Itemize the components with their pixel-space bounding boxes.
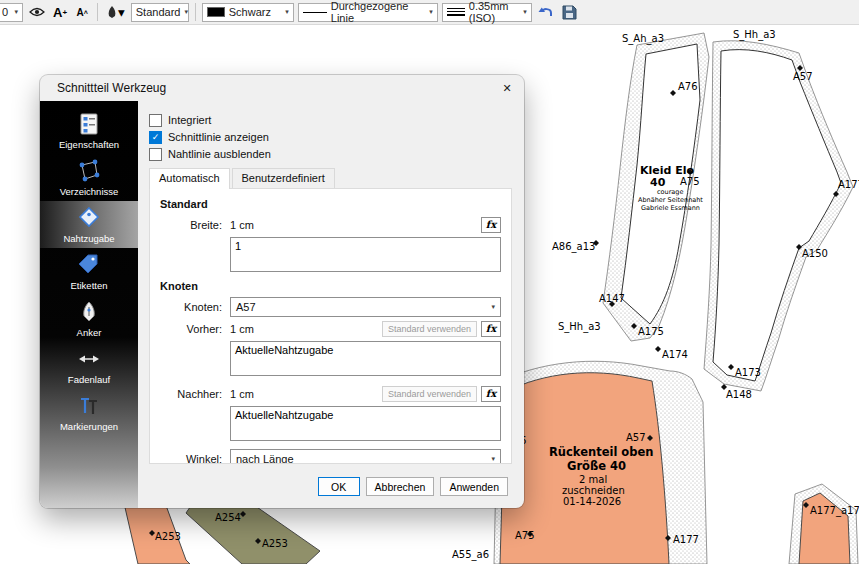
svg-text:A147: A147 bbox=[599, 293, 625, 304]
svg-text:A57: A57 bbox=[793, 71, 813, 82]
line-style-value: Durchgezogene Linie bbox=[331, 0, 425, 24]
breite-formula-button[interactable]: fx bbox=[481, 217, 501, 233]
tab-automatisch[interactable]: Automatisch bbox=[149, 168, 230, 189]
breite-label: Breite: bbox=[160, 219, 222, 231]
svg-text:S_Hh_a3: S_Hh_a3 bbox=[558, 321, 601, 333]
sidebar-item-label: Fadenlauf bbox=[68, 374, 110, 385]
svg-text:A86_a13: A86_a13 bbox=[552, 241, 595, 253]
markings-icon bbox=[76, 393, 102, 419]
knoten-selected-value: A57 bbox=[236, 301, 256, 313]
svg-text:Größe 40: Größe 40 bbox=[567, 459, 626, 473]
sidebar-item-etiketten[interactable]: Etiketten bbox=[40, 248, 138, 295]
chevron-down-icon: ▾ bbox=[491, 455, 495, 463]
svg-text:S_Ah_a3: S_Ah_a3 bbox=[622, 33, 664, 45]
increase-font-button[interactable]: A+ bbox=[51, 2, 69, 22]
sidebar-item-nahtzugabe[interactable]: Nahtzugabe bbox=[40, 201, 138, 248]
winkel-select[interactable]: nach Länge ▾ bbox=[230, 449, 501, 464]
main-toolbar: 0 ▾ A+ A˄ ▾ Standard ▾ Sch bbox=[0, 0, 859, 25]
svg-text:A177: A177 bbox=[673, 534, 699, 545]
checkbox-schnittlinie-anzeigen[interactable]: ✓ Schnittlinie anzeigen bbox=[149, 129, 512, 145]
svg-text:2 mal: 2 mal bbox=[579, 474, 607, 485]
color-dropdown[interactable]: Schwarz ▾ bbox=[202, 3, 294, 22]
tab-benutzerdefiniert[interactable]: Benutzerdefiniert bbox=[232, 168, 335, 188]
line-width-value: 0.35mm (ISO) bbox=[469, 0, 519, 24]
checkbox-label: Integriert bbox=[168, 114, 211, 126]
anchor-pen-icon bbox=[76, 299, 102, 325]
checkbox-box[interactable] bbox=[149, 148, 162, 161]
nachher-formula-input[interactable]: AktuelleNahtzugabe bbox=[230, 406, 501, 441]
style-dropdown[interactable]: Standard ▾ bbox=[131, 3, 189, 22]
decrease-font-button[interactable]: A˄ bbox=[73, 2, 91, 22]
undo-button[interactable] bbox=[536, 2, 556, 22]
nachher-formula-button[interactable]: fx bbox=[481, 386, 501, 402]
directories-icon bbox=[76, 158, 102, 184]
sidebar-item-verzeichnisse[interactable]: Verzeichnisse bbox=[40, 154, 138, 201]
breite-formula-input[interactable]: 1 bbox=[230, 237, 501, 272]
svg-text:A76: A76 bbox=[678, 81, 698, 92]
winkel-label: Winkel: bbox=[160, 453, 222, 464]
vorher-formula-button[interactable]: fx bbox=[481, 321, 501, 337]
eye-icon bbox=[29, 6, 45, 18]
knoten-select[interactable]: A57 ▾ bbox=[230, 297, 501, 317]
save-floppy-icon bbox=[562, 5, 577, 20]
svg-text:Gabriele Essmann: Gabriele Essmann bbox=[641, 204, 700, 212]
chevron-down-icon: ▾ bbox=[285, 8, 289, 16]
svg-text:A177: A177 bbox=[838, 179, 859, 190]
svg-text:A75: A75 bbox=[680, 176, 700, 187]
svg-text:A253: A253 bbox=[262, 538, 288, 549]
sidebar-item-eigenschaften[interactable]: Eigenschaften bbox=[40, 107, 138, 154]
vorher-formula-input[interactable]: AktuelleNahtzugabe bbox=[230, 341, 501, 376]
vorher-standard-verwenden-button[interactable]: Standard verwenden bbox=[382, 321, 477, 337]
ok-button[interactable]: OK bbox=[318, 477, 360, 496]
dialog-content: Integriert ✓ Schnittlinie anzeigen Nahtl… bbox=[138, 101, 524, 508]
font-size-value: 0 bbox=[2, 6, 8, 18]
dialog-titlebar[interactable]: Schnittteil Werkzeug ✕ bbox=[40, 75, 524, 101]
close-icon: ✕ bbox=[502, 82, 511, 94]
category-sidebar: Eigenschaften Verzeichnisse Nahtzug bbox=[40, 101, 138, 508]
font-size-dropdown[interactable]: 0 ▾ bbox=[0, 3, 23, 22]
save-button[interactable] bbox=[560, 2, 579, 22]
close-button[interactable]: ✕ bbox=[490, 75, 524, 101]
sidebar-item-label: Eigenschaften bbox=[59, 139, 119, 150]
svg-text:A173: A173 bbox=[735, 367, 761, 378]
nachher-standard-verwenden-button[interactable]: Standard verwenden bbox=[382, 386, 477, 402]
properties-icon bbox=[76, 111, 102, 137]
knoten-group-title: Knoten bbox=[160, 280, 501, 292]
checkbox-box[interactable]: ✓ bbox=[149, 131, 162, 144]
pen-icon bbox=[106, 5, 118, 19]
pen-style-button[interactable]: ▾ bbox=[104, 2, 127, 22]
pattern-piece-strip-right[interactable] bbox=[789, 484, 858, 564]
schnittteil-werkzeug-dialog: Schnittteil Werkzeug ✕ Eigenschaften bbox=[40, 75, 524, 508]
checkbox-box[interactable] bbox=[149, 114, 162, 127]
knoten-label: Knoten: bbox=[160, 301, 222, 313]
checkbox-integriert[interactable]: Integriert bbox=[149, 112, 512, 128]
svg-text:A148: A148 bbox=[726, 389, 752, 400]
sidebar-item-label: Anker bbox=[77, 327, 102, 338]
font-decrease-icon: A bbox=[76, 7, 83, 18]
checkbox-nahtlinie-ausblenden[interactable]: Nahtlinie ausblenden bbox=[149, 146, 512, 162]
svg-text:A75: A75 bbox=[515, 530, 535, 541]
svg-text:Abnäher Seitennaht: Abnäher Seitennaht bbox=[638, 196, 703, 204]
labels-icon bbox=[76, 252, 102, 278]
checkbox-label: Nahtlinie ausblenden bbox=[168, 148, 271, 160]
chevron-down-icon: ▾ bbox=[523, 8, 527, 16]
undo-arrow-icon bbox=[538, 6, 554, 19]
svg-text:A57: A57 bbox=[626, 432, 646, 443]
svg-text:A253: A253 bbox=[155, 531, 181, 542]
toolbar-separator bbox=[195, 3, 196, 21]
fx-icon: fx bbox=[486, 323, 496, 334]
sidebar-item-anker[interactable]: Anker bbox=[40, 295, 138, 342]
sidebar-item-label: Nahtzugabe bbox=[63, 233, 114, 244]
sidebar-item-markierungen[interactable]: Markierungen bbox=[40, 389, 138, 436]
vorher-label: Vorher: bbox=[160, 323, 222, 335]
line-width-dropdown[interactable]: 0.35mm (ISO) ▾ bbox=[442, 3, 532, 22]
line-style-dropdown[interactable]: Durchgezogene Linie ▾ bbox=[298, 3, 438, 22]
abbrechen-button[interactable]: Abbrechen bbox=[366, 477, 435, 496]
automatisch-panel: Standard Breite: 1 cm fx 1 Knoten Knoten… bbox=[149, 188, 512, 464]
seam-allowance-icon bbox=[76, 205, 102, 231]
sidebar-item-fadenlauf[interactable]: Fadenlauf bbox=[40, 342, 138, 389]
anwenden-button[interactable]: Anwenden bbox=[440, 477, 508, 496]
pattern-piece-side[interactable] bbox=[704, 41, 853, 391]
visibility-button[interactable] bbox=[27, 2, 47, 22]
vorher-value: 1 cm bbox=[230, 323, 254, 335]
